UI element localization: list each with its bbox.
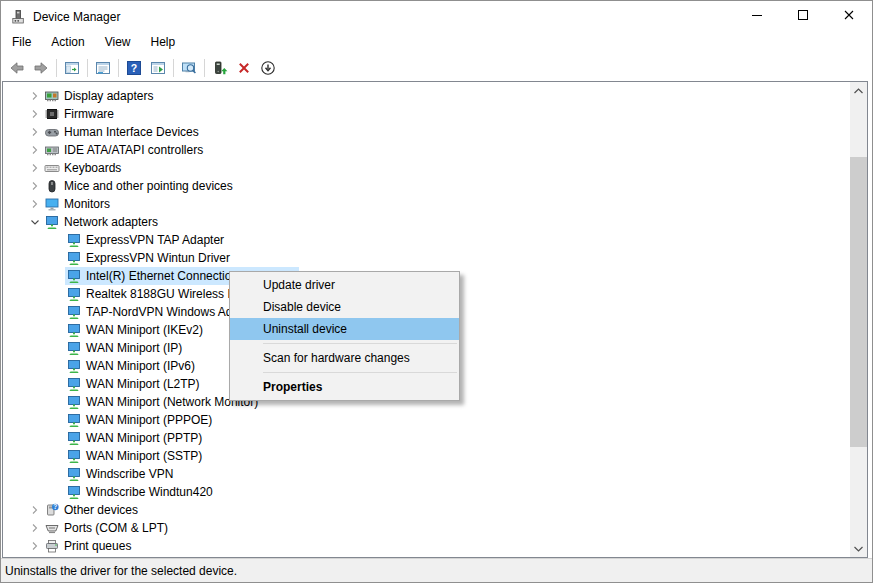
scan-icon: [181, 60, 197, 76]
tree-item-content[interactable]: Windscribe Windtun420: [65, 483, 217, 501]
tree-item-content[interactable]: WAN Miniport (IP): [65, 339, 186, 357]
tree-item-content[interactable]: WAN Miniport (IPv6): [65, 357, 199, 375]
context-menu-item-uninstall-device[interactable]: Uninstall device: [230, 318, 459, 340]
tree-item-content[interactable]: Monitors: [43, 195, 114, 213]
scrollbar-thumb[interactable]: [850, 157, 867, 447]
show-hide-console-tree-button[interactable]: [60, 56, 84, 80]
tree-item-content[interactable]: Firmware: [43, 105, 118, 123]
chevron-collapsed-icon[interactable]: [27, 160, 43, 176]
chevron-collapsed-icon[interactable]: [27, 502, 43, 518]
scrollbar-down-icon[interactable]: [850, 540, 867, 557]
tree-item-content[interactable]: Human Interface Devices: [43, 123, 203, 141]
action-pane-button[interactable]: [146, 56, 170, 80]
tree-item-content[interactable]: WAN Miniport (IKEv2): [65, 321, 207, 339]
context-menu-item-disable-device[interactable]: Disable device: [230, 296, 459, 318]
tree-item-other-devices[interactable]: ?Other devices: [3, 501, 850, 519]
tree-item-content[interactable]: ExpressVPN Wintun Driver: [65, 249, 234, 267]
maximize-button[interactable]: [780, 1, 826, 32]
tree-item-wan-miniport-pppoe[interactable]: WAN Miniport (PPPOE): [3, 411, 850, 429]
tree-item-content[interactable]: ?Other devices: [43, 501, 142, 519]
network-icon: [66, 448, 82, 464]
vertical-scrollbar[interactable]: [850, 82, 867, 557]
menu-action[interactable]: Action: [41, 32, 94, 52]
help-button[interactable]: ?: [122, 56, 146, 80]
tree-item-content[interactable]: ExpressVPN TAP Adapter: [65, 231, 228, 249]
tree-item-label: Monitors: [64, 197, 110, 211]
chevron-collapsed-icon[interactable]: [27, 178, 43, 194]
tree-item-human-interface-devices[interactable]: Human Interface Devices: [3, 123, 850, 141]
tree-item-processors[interactable]: Processors: [3, 555, 850, 557]
tree-item-content[interactable]: IDE ATA/ATAPI controllers: [43, 141, 207, 159]
close-button[interactable]: [826, 1, 872, 32]
tree-item-content[interactable]: WAN Miniport (L2TP): [65, 375, 204, 393]
tree-item-monitors[interactable]: Monitors: [3, 195, 850, 213]
chevron-collapsed-icon[interactable]: [27, 556, 43, 557]
context-menu-item-properties[interactable]: Properties: [230, 376, 459, 398]
tree-item-content[interactable]: Display adapters: [43, 87, 157, 105]
maximize-icon: [795, 7, 811, 26]
tree-item-label: Human Interface Devices: [64, 125, 199, 139]
tree-item-label: Display adapters: [64, 89, 153, 103]
tree-item-keyboards[interactable]: Keyboards: [3, 159, 850, 177]
chevron-collapsed-icon[interactable]: [27, 106, 43, 122]
tree-item-ide-ata-atapi-controllers[interactable]: IDE ATA/ATAPI controllers: [3, 141, 850, 159]
scan-for-hardware-changes-button[interactable]: [177, 56, 201, 80]
tree-item-ports-com-lpt[interactable]: Ports (COM & LPT): [3, 519, 850, 537]
properties-button[interactable]: [91, 56, 115, 80]
chevron-collapsed-icon[interactable]: [27, 88, 43, 104]
network-icon: [66, 412, 82, 428]
tree-item-wan-miniport-sstp[interactable]: WAN Miniport (SSTP): [3, 447, 850, 465]
tree-item-content[interactable]: Keyboards: [43, 159, 125, 177]
network-icon: [66, 322, 82, 338]
context-menu-separator: [263, 343, 457, 344]
tree-item-content[interactable]: WAN Miniport (SSTP): [65, 447, 206, 465]
tree-item-display-adapters[interactable]: Display adapters: [3, 87, 850, 105]
disable-device-button[interactable]: [256, 56, 280, 80]
tree-item-content[interactable]: Ports (COM & LPT): [43, 519, 172, 537]
chevron-collapsed-icon[interactable]: [27, 520, 43, 536]
monitor-icon: [44, 196, 60, 212]
chevron-collapsed-icon[interactable]: [27, 142, 43, 158]
scrollbar-up-icon[interactable]: [850, 82, 867, 99]
firmware-icon: [44, 106, 60, 122]
context-menu-item-update-driver[interactable]: Update driver: [230, 274, 459, 296]
tree-item-content[interactable]: WAN Miniport (PPPOE): [65, 411, 216, 429]
uninstall-device-button[interactable]: [232, 56, 256, 80]
tree-item-mice-and-other-pointing-devices[interactable]: Mice and other pointing devices: [3, 177, 850, 195]
tree-item-label: IDE ATA/ATAPI controllers: [64, 143, 203, 157]
menu-help[interactable]: Help: [141, 32, 186, 52]
context-menu-item-scan-for-hardware-changes[interactable]: Scan for hardware changes: [230, 347, 459, 369]
tree-item-network-adapters[interactable]: Network adapters: [3, 213, 850, 231]
tree-item-content[interactable]: Windscribe VPN: [65, 465, 177, 483]
tree-item-expressvpn-wintun-driver[interactable]: ExpressVPN Wintun Driver: [3, 249, 850, 267]
update-driver-button[interactable]: [208, 56, 232, 80]
back-button[interactable]: [5, 56, 29, 80]
chevron-collapsed-icon[interactable]: [27, 538, 43, 554]
disable-icon: [260, 60, 276, 76]
tree-item-content[interactable]: WAN Miniport (PPTP): [65, 429, 206, 447]
menu-file[interactable]: File: [2, 32, 41, 52]
minimize-button[interactable]: [734, 1, 780, 32]
forward-button[interactable]: [29, 56, 53, 80]
toolbar-separator: [118, 59, 119, 77]
device-manager-app-icon: [10, 9, 26, 25]
keyboard-icon: [44, 160, 60, 176]
chevron-collapsed-icon[interactable]: [27, 196, 43, 212]
tree-item-content[interactable]: Network adapters: [43, 213, 162, 231]
tree-item-content[interactable]: Print queues: [43, 537, 135, 555]
tree-item-windscribe-windtun420[interactable]: Windscribe Windtun420: [3, 483, 850, 501]
toolbar-separator: [56, 59, 57, 77]
tree-item-content[interactable]: Mice and other pointing devices: [43, 177, 237, 195]
titlebar: Device Manager: [1, 1, 872, 32]
tree-item-firmware[interactable]: Firmware: [3, 105, 850, 123]
tree-item-expressvpn-tap-adapter[interactable]: ExpressVPN TAP Adapter: [3, 231, 850, 249]
tree-item-wan-miniport-pptp[interactable]: WAN Miniport (PPTP): [3, 429, 850, 447]
tree-item-content[interactable]: Processors: [43, 555, 128, 557]
tree-item-windscribe-vpn[interactable]: Windscribe VPN: [3, 465, 850, 483]
network-icon: [66, 268, 82, 284]
tree-item-print-queues[interactable]: Print queues: [3, 537, 850, 555]
menu-view[interactable]: View: [95, 32, 141, 52]
chevron-collapsed-icon[interactable]: [27, 124, 43, 140]
chevron-expanded-icon[interactable]: [27, 214, 43, 230]
tree-item-label: WAN Miniport (IKEv2): [86, 323, 203, 337]
